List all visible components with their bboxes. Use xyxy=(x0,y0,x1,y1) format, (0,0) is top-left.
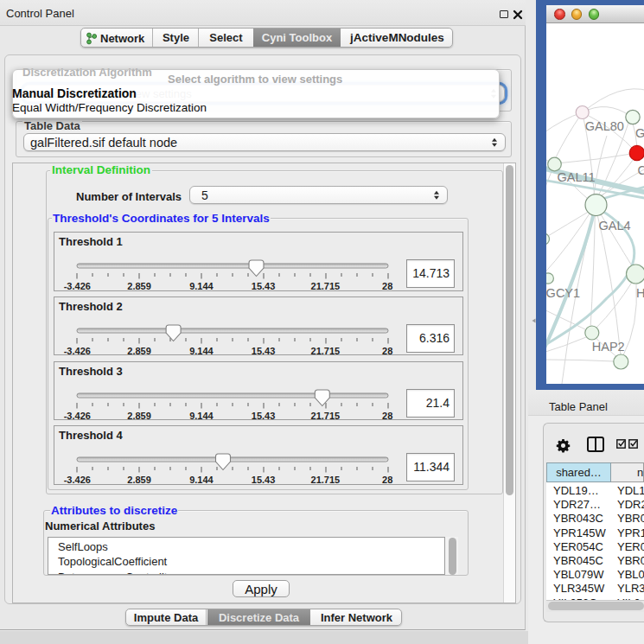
svg-text:HAP2: HAP2 xyxy=(592,340,625,354)
svg-text:GAL7: GAL7 xyxy=(635,126,644,140)
svg-text:GAL4: GAL4 xyxy=(599,219,631,233)
svg-text:GAL80: GAL80 xyxy=(585,119,624,133)
svg-text:GCY1: GCY1 xyxy=(546,286,580,300)
svg-text:HIS7: HIS7 xyxy=(636,286,644,300)
svg-text:CYC8: CYC8 xyxy=(638,163,644,177)
svg-text:GAL11: GAL11 xyxy=(558,170,596,184)
